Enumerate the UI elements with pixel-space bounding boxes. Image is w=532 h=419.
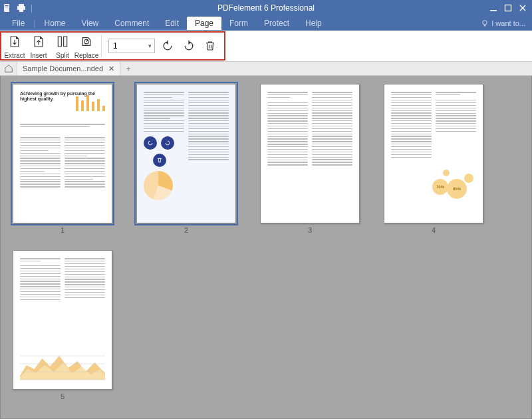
page-tools-highlight: Extract Insert Split Replace 1 ▾ (0, 31, 225, 61)
page-thumbnails-view[interactable]: Achieving growth by pursuing the highest… (0, 76, 532, 419)
i-want-to[interactable]: I want to... (481, 19, 525, 27)
menu-edit[interactable]: Edit (157, 17, 187, 30)
svg-rect-6 (490, 10, 497, 11)
extract-icon (8, 33, 21, 51)
trash-icon (153, 154, 166, 167)
menu-form[interactable]: Form (221, 17, 256, 30)
bubble-chart-icon: 70% 85% (432, 166, 476, 199)
rotate-right-button[interactable] (180, 37, 198, 55)
svg-rect-2 (5, 7, 9, 7)
maximize-button[interactable] (501, 2, 515, 14)
menu-protect[interactable]: Protect (256, 17, 297, 30)
menu-page[interactable]: Page (187, 17, 221, 30)
rotate-right-icon (182, 39, 196, 53)
page-thumb-1[interactable]: Achieving growth by pursuing the highest… (13, 84, 112, 234)
tab-close-button[interactable]: ✕ (108, 65, 114, 73)
insert-button[interactable]: Insert (27, 33, 51, 59)
area-chart-icon (20, 343, 105, 382)
rotate-left-button[interactable] (159, 37, 176, 55)
menu-file[interactable]: File (4, 17, 33, 30)
tabs-home-button[interactable] (0, 62, 17, 75)
title-bar: | PDFelement 6 Professional (0, 0, 532, 16)
minimize-button[interactable] (487, 2, 500, 14)
rotate-left-icon (161, 39, 174, 53)
pie-chart-icon (144, 171, 173, 200)
menu-comment[interactable]: Comment (106, 17, 157, 30)
replace-icon (80, 33, 93, 51)
chevron-down-icon: ▾ (148, 43, 152, 49)
svg-rect-7 (505, 5, 511, 11)
extract-button[interactable]: Extract (3, 33, 27, 59)
rotate-left-icon (144, 136, 157, 150)
home-icon (4, 64, 13, 73)
trash-icon (204, 39, 216, 53)
app-title: PDFelement 6 Professional (217, 3, 315, 13)
menu-view[interactable]: View (73, 17, 106, 30)
menu-home[interactable]: Home (36, 17, 73, 30)
split-icon (56, 33, 69, 51)
close-button[interactable] (516, 2, 529, 14)
delete-page-button[interactable] (201, 37, 219, 55)
rotate-right-icon (161, 136, 174, 150)
svg-rect-0 (4, 4, 9, 12)
new-tab-button[interactable]: ＋ (120, 62, 136, 75)
tab-document[interactable]: Sample Documen...nded ✕ (17, 62, 120, 75)
svg-rect-5 (19, 9, 23, 12)
menu-help[interactable]: Help (297, 17, 330, 30)
app-icon (3, 3, 12, 13)
svg-rect-9 (484, 25, 486, 26)
page-thumb-2[interactable]: 2 (136, 84, 236, 234)
split-button[interactable]: Split (51, 33, 74, 59)
separator (101, 35, 102, 57)
svg-point-8 (483, 21, 487, 25)
bulb-icon (481, 19, 489, 27)
page-number-input[interactable]: 1 ▾ (108, 39, 155, 53)
page-thumb-5[interactable]: 5 (13, 250, 112, 400)
insert-icon (32, 33, 45, 51)
document-tabs: Sample Documen...nded ✕ ＋ (0, 61, 532, 76)
svg-rect-4 (19, 4, 24, 7)
ribbon: Extract Insert Split Replace 1 ▾ (0, 31, 532, 61)
svg-rect-1 (5, 5, 9, 6)
page-thumb-4[interactable]: 70% 85% 4 (384, 84, 483, 234)
print-icon[interactable] (16, 3, 27, 13)
replace-button[interactable]: Replace (74, 33, 98, 59)
menu-bar: File| Home View Comment Edit Page Form P… (0, 16, 532, 31)
page-thumb-3[interactable]: 3 (260, 84, 360, 234)
